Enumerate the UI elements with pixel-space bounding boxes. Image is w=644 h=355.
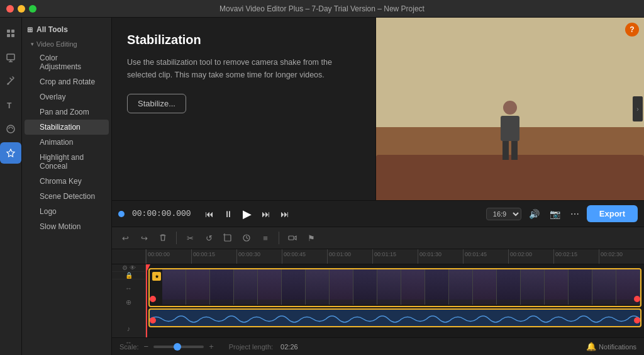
frame-1 [162, 269, 186, 305]
bell-icon: 🔔 [586, 342, 596, 351]
arrow-down-icon: ▾ [31, 41, 34, 47]
all-tools-header[interactable]: ⊞ All Tools [22, 21, 111, 38]
track-eye-icon[interactable]: 👁 [130, 264, 136, 271]
audio-end-marker [634, 317, 640, 324]
ruler-mark-8: 00:02:00 [508, 249, 553, 264]
person-figure [501, 101, 519, 160]
frame-2 [186, 269, 210, 305]
transitions-icon-btn[interactable] [0, 118, 21, 140]
person-legs [501, 141, 519, 160]
svg-rect-2 [7, 34, 10, 37]
play-button[interactable]: ▶ [240, 205, 254, 223]
frame-12 [425, 269, 449, 305]
step-forward-button[interactable]: ⏭ [259, 207, 273, 221]
delete-button[interactable] [155, 230, 171, 246]
sidebar-item-scene-detection[interactable]: Scene Detection [25, 189, 109, 204]
volume-button[interactable]: 🔊 [526, 207, 542, 221]
magic-icon-btn[interactable] [0, 70, 21, 92]
svg-rect-0 [7, 30, 10, 33]
scale-slider[interactable] [153, 346, 204, 348]
skip-to-end-button[interactable]: ⏭ [278, 207, 292, 221]
content-top: Stabilization Use the stabilization tool… [112, 18, 644, 200]
stabilize-button[interactable]: Stabilize... [127, 94, 186, 113]
svg-rect-10 [225, 235, 231, 241]
video-track[interactable]: ★ [148, 268, 641, 307]
frame-5 [258, 269, 282, 305]
effects-icon-btn[interactable] [0, 142, 21, 164]
room-rug [376, 155, 644, 201]
sidebar-item-logo[interactable]: Logo [25, 204, 109, 219]
ruler-mark-5: 00:01:15 [372, 249, 418, 264]
nav-right-arrow[interactable]: › [633, 96, 643, 121]
step-back-button[interactable]: ⏸ [221, 207, 235, 221]
add-icon-btn[interactable] [0, 23, 21, 44]
redo-button[interactable]: ↪ [136, 230, 152, 246]
frame-6 [282, 269, 306, 305]
sidebar-item-highlight-and-conceal[interactable]: Highlight and Conceal [25, 150, 109, 174]
side-icon-music[interactable]: ♪ [113, 322, 144, 335]
audio-waveform-svg [150, 310, 640, 326]
sidebar-item-chroma-key[interactable]: Chroma Key [25, 174, 109, 189]
properties-button[interactable]: ≡ [257, 230, 274, 246]
sidebar: ⊞ All Tools ▾ Video Editing Color Adjust… [22, 18, 112, 355]
side-icon-1[interactable]: ↔ [113, 282, 144, 295]
frame-11 [401, 269, 425, 305]
ruler-mark-10: 00:02:30 [599, 249, 644, 264]
frame-strip [162, 269, 640, 306]
screenshot-button[interactable]: 📷 [547, 207, 563, 221]
sidebar-item-slow-motion[interactable]: Slow Motion [25, 219, 109, 234]
sidebar-item-overlay[interactable]: Overlay [25, 89, 109, 104]
scissors-button[interactable]: ✂ [182, 230, 198, 246]
scale-plus-icon[interactable]: + [209, 342, 214, 351]
window-controls[interactable] [6, 5, 36, 13]
content-area: Stabilization Use the stabilization tool… [112, 18, 644, 355]
undo-button[interactable]: ↩ [117, 230, 133, 246]
track-side-icons: ↔ ⊕ ♪ ↔ [112, 279, 145, 351]
maximize-button[interactable] [29, 5, 36, 13]
notifications-button[interactable]: 🔔 Notifications [586, 342, 636, 351]
track-start-marker [150, 296, 156, 302]
titles-icon-btn[interactable]: T [0, 94, 21, 116]
import-icon-btn[interactable] [0, 47, 21, 68]
crop-button[interactable] [219, 230, 236, 246]
ruler-mark-1: 00:00:15 [191, 249, 236, 264]
more-options-button[interactable]: ⋯ [568, 207, 582, 221]
side-icon-2[interactable]: ⊕ [113, 296, 144, 308]
ruler-mark-3: 00:00:45 [282, 249, 327, 264]
minimize-button[interactable] [18, 5, 25, 13]
frame-10 [377, 269, 401, 305]
frame-8 [330, 269, 353, 305]
sidebar-item-color-adjustments[interactable]: Color Adjustments [25, 50, 109, 74]
help-button[interactable]: ? [625, 23, 639, 37]
scale-minus-icon[interactable]: − [144, 342, 149, 351]
svg-point-7 [8, 83, 9, 85]
skip-to-start-button[interactable]: ⏮ [203, 207, 216, 221]
frame-16 [521, 269, 545, 305]
speed-button[interactable] [238, 230, 255, 246]
aspect-ratio-select[interactable]: 16:9 4:3 1:1 [486, 208, 521, 220]
ruler-marks-container: 00:00:00 00:00:15 00:00:30 00:00:45 00:0… [146, 249, 644, 264]
timecode-display: 00:00:00.000 [132, 209, 191, 218]
ruler-mark-9: 00:02:15 [553, 249, 599, 264]
scale-thumb[interactable] [174, 343, 181, 351]
video-editing-label: Video Editing [36, 40, 77, 48]
playback-bar: 00:00:00.000 ⏮ ⏸ ▶ ⏭ ⏭ 16:9 4:3 1:1 🔊 📷 … [112, 200, 644, 227]
video-preview: › ? [376, 18, 644, 200]
frame-15 [497, 269, 521, 305]
sidebar-item-stabilization[interactable]: Stabilization [25, 120, 109, 135]
close-button[interactable] [6, 5, 14, 13]
sidebar-item-crop-and-rotate[interactable]: Crop and Rotate [25, 74, 109, 89]
track-lock-icon[interactable]: 🔒 [125, 272, 133, 279]
rotate-button[interactable]: ↺ [201, 230, 217, 246]
marker-button[interactable]: ⚑ [303, 230, 319, 246]
audio-track[interactable] [148, 308, 641, 327]
video-editing-section[interactable]: ▾ Video Editing [22, 38, 111, 50]
frame-3 [210, 269, 234, 305]
sidebar-item-animation[interactable]: Animation [25, 135, 109, 150]
insert-button[interactable] [284, 230, 301, 246]
track-settings-icon[interactable]: ⚙ [122, 264, 128, 271]
ruler-mark-7: 00:01:45 [463, 249, 508, 264]
sidebar-item-pan-and-zoom[interactable]: Pan and Zoom [25, 104, 109, 120]
export-button[interactable]: Export [587, 205, 638, 222]
playhead-indicator [118, 211, 125, 217]
